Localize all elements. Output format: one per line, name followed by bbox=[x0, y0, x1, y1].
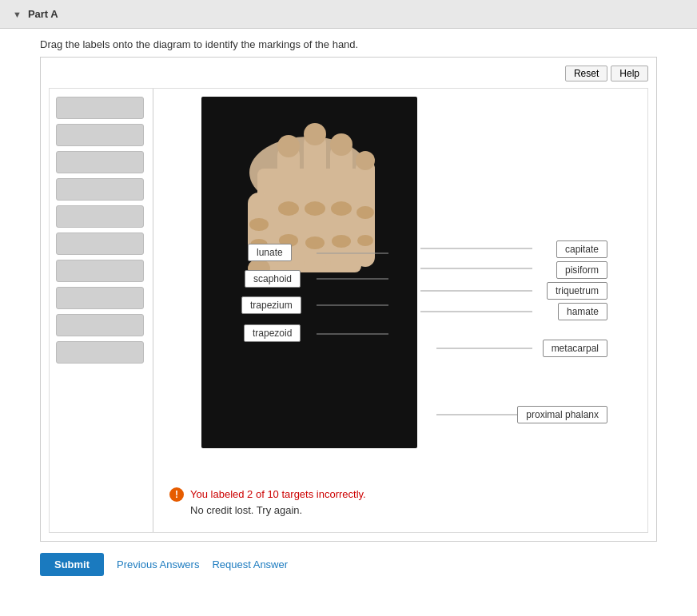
reset-button[interactable]: Reset bbox=[565, 66, 607, 81]
label-scaphoid[interactable]: scaphoid bbox=[245, 270, 301, 288]
hand-illustration bbox=[201, 97, 417, 448]
svg-point-11 bbox=[356, 151, 375, 170]
label-hamate[interactable]: hamate bbox=[558, 303, 607, 320]
help-button[interactable]: Help bbox=[611, 66, 648, 81]
part-header: ▼ Part A bbox=[0, 0, 697, 29]
feedback-hint: No credit lost. Try again. bbox=[190, 504, 302, 516]
feedback-icon: ! bbox=[169, 487, 184, 502]
diagram-area: lunate scaphoid trapezium trapezoid capi… bbox=[49, 88, 648, 533]
svg-point-20 bbox=[249, 218, 269, 231]
request-answer-link[interactable]: Request Answer bbox=[212, 558, 288, 570]
label-triquetrum[interactable]: triquetrum bbox=[547, 282, 607, 300]
submit-button[interactable]: Submit bbox=[40, 553, 104, 576]
label-trapezoid[interactable]: trapezoid bbox=[244, 324, 301, 342]
slot-2[interactable] bbox=[56, 124, 144, 146]
label-metacarpal[interactable]: metacarpal bbox=[543, 340, 607, 357]
svg-point-16 bbox=[331, 201, 352, 216]
feedback-incorrect: You labeled 2 of 10 targets incorrectly. bbox=[190, 488, 366, 500]
left-slots bbox=[50, 89, 153, 532]
slot-10[interactable] bbox=[56, 341, 144, 364]
svg-point-19 bbox=[357, 235, 373, 246]
top-buttons: Reset Help bbox=[49, 66, 648, 81]
svg-point-5 bbox=[277, 135, 300, 157]
slot-5[interactable] bbox=[56, 205, 144, 228]
svg-point-17 bbox=[332, 235, 351, 248]
slot-3[interactable] bbox=[56, 151, 144, 173]
label-capitate[interactable]: capitate bbox=[556, 240, 607, 258]
svg-point-14 bbox=[305, 201, 325, 216]
slot-4[interactable] bbox=[56, 178, 144, 201]
diagram-container: lunate scaphoid trapezium trapezoid capi… bbox=[153, 89, 647, 532]
hand-image-area: lunate scaphoid trapezium trapezoid capi… bbox=[161, 97, 639, 472]
feedback-text: You labeled 2 of 10 targets incorrectly.… bbox=[190, 487, 366, 518]
svg-point-15 bbox=[305, 236, 325, 249]
svg-point-12 bbox=[278, 201, 299, 216]
slot-6[interactable] bbox=[56, 232, 144, 255]
label-pisiform[interactable]: pisiform bbox=[556, 261, 607, 279]
svg-point-9 bbox=[330, 133, 352, 156]
main-panel: Reset Help bbox=[40, 57, 657, 542]
label-trapezium[interactable]: trapezium bbox=[241, 296, 301, 314]
part-title: Part A bbox=[28, 8, 58, 20]
page-wrapper: ▼ Part A Drag the labels onto the diagra… bbox=[0, 0, 697, 616]
collapse-arrow[interactable]: ▼ bbox=[13, 10, 22, 19]
svg-point-7 bbox=[304, 123, 326, 145]
bottom-row: Submit Previous Answers Request Answer bbox=[0, 542, 697, 587]
instruction-row: Drag the labels onto the diagram to iden… bbox=[0, 29, 697, 57]
slot-8[interactable] bbox=[56, 287, 144, 309]
slot-7[interactable] bbox=[56, 260, 144, 282]
svg-point-18 bbox=[356, 206, 374, 219]
previous-answers-link[interactable]: Previous Answers bbox=[117, 558, 199, 570]
label-lunate[interactable]: lunate bbox=[248, 244, 292, 261]
instruction-text: Drag the labels onto the diagram to iden… bbox=[40, 38, 358, 50]
slot-1[interactable] bbox=[56, 97, 144, 119]
label-proximal-phalanx[interactable]: proximal phalanx bbox=[517, 406, 607, 423]
feedback-row: ! You labeled 2 of 10 targets incorrectl… bbox=[161, 480, 639, 524]
slot-9[interactable] bbox=[56, 314, 144, 336]
